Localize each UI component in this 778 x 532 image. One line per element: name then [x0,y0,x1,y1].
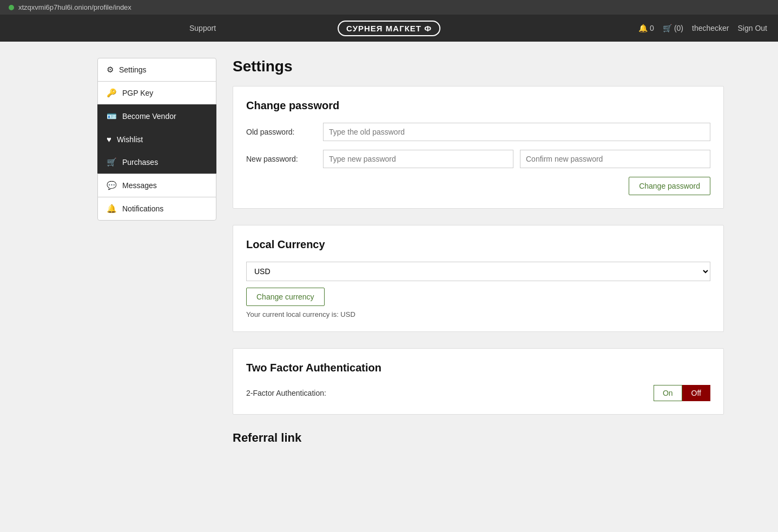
sidebar-item-label: PGP Key [122,89,153,97]
sidebar-item-label: Settings [119,65,147,74]
sidebar-item-label: Become Vendor [122,112,176,121]
tfa-row: 2-Factor Authentication: On Off [246,385,710,401]
vendor-icon: 🪪 [107,111,117,121]
bell-count: 0 [650,24,654,32]
new-password-inputs [323,150,710,168]
change-password-title: Change password [246,99,710,112]
sidebar-item-wishlist[interactable]: ♥ Wishlist [97,128,216,151]
navbar: СУРНЕЯ МАГКЕТ Ф Support 🔔 0 🛒 (0) theche… [0,15,778,42]
cart-link[interactable]: 🛒 (0) [663,24,683,32]
sidebar-item-become-vendor[interactable]: 🪪 Become Vendor [97,104,216,128]
change-password-section: Change password Old password: New passwo… [233,86,724,209]
main-layout: ⚙ Settings 🔑 PGP Key 🪪 Become Vendor ♥ W… [0,42,778,532]
brand-logo[interactable]: СУРНЕЯ МАГКЕТ Ф [338,21,440,36]
sidebar-item-label: Purchases [122,158,158,167]
sidebar-item-purchases[interactable]: 🛒 Purchases [97,150,216,174]
tfa-label: 2-Factor Authentication: [246,389,326,397]
bell-notification[interactable]: 🔔 0 [638,24,654,32]
tfa-toggle: On Off [654,385,710,401]
cart-icon: 🛒 [107,157,117,167]
bell-icon: 🔔 [638,24,648,32]
sidebar-item-notifications[interactable]: 🔔 Notifications [97,197,216,221]
sidebar-item-label: Wishlist [117,135,143,144]
support-link[interactable]: Support [189,24,216,32]
url-text: xtzqxvmi6p7hul6i.onion/profile/index [18,3,131,11]
secure-dot [9,5,14,10]
sidebar-item-messages[interactable]: 💬 Messages [97,174,216,197]
cart-icon: 🛒 [663,24,672,32]
old-password-label: Old password: [246,128,317,136]
change-password-button[interactable]: Change password [629,177,710,195]
sidebar-item-pgp-key[interactable]: 🔑 PGP Key [97,81,216,105]
tfa-off-button[interactable]: Off [682,385,710,401]
old-password-input[interactable] [323,123,710,141]
navbar-right: 🔔 0 🛒 (0) thechecker Sign Out [638,24,767,32]
cart-count: (0) [674,24,683,32]
currency-select[interactable]: USD EUR GBP BTC XMR [246,262,710,281]
old-password-row: Old password: [246,123,710,141]
confirm-password-input[interactable] [520,150,710,168]
heart-icon: ♥ [107,135,111,144]
tfa-on-button[interactable]: On [654,385,682,401]
sidebar: ⚙ Settings 🔑 PGP Key 🪪 Become Vendor ♥ W… [97,58,216,516]
new-password-input[interactable] [323,150,513,168]
sidebar-item-label: Notifications [122,204,163,213]
page-title: Settings [233,58,724,75]
message-icon: 💬 [107,181,117,190]
two-factor-auth-section: Two Factor Authentication 2-Factor Authe… [233,348,724,415]
sidebar-item-settings[interactable]: ⚙ Settings [97,58,216,82]
local-currency-title: Local Currency [246,238,710,251]
new-password-label: New password: [246,155,317,163]
new-password-row: New password: [246,150,710,168]
settings-icon: ⚙ [107,65,114,75]
username-label: thechecker [692,24,729,32]
change-password-btn-row: Change password [246,177,710,195]
key-icon: 🔑 [107,88,117,98]
content-area: Settings Change password Old password: N… [233,58,724,516]
local-currency-section: Local Currency USD EUR GBP BTC XMR Chang… [233,225,724,332]
tfa-title: Two Factor Authentication [246,362,710,374]
currency-info-text: Your current local currency is: USD [246,310,710,318]
change-currency-button[interactable]: Change currency [246,288,325,306]
signout-link[interactable]: Sign Out [738,24,767,32]
addressbar: xtzqxvmi6p7hul6i.onion/profile/index [0,0,778,15]
bell-icon: 🔔 [107,204,117,214]
referral-title: Referral link [233,431,724,445]
sidebar-item-label: Messages [122,181,157,190]
